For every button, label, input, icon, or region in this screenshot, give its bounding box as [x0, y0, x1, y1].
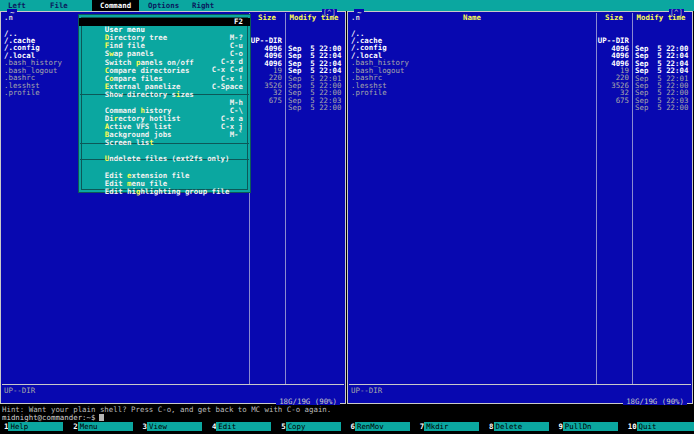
menu-item-shortcut: C-Space	[212, 83, 243, 91]
right-file-row-[interactable]: /.. UP--DIR Sep 5 22:00	[348, 22, 692, 29]
file-mtime: Sep 5 22:00	[288, 104, 341, 112]
function-key-label: Menu	[78, 422, 133, 431]
terminal-cursor	[99, 414, 104, 421]
fkey-10-quit[interactable]: 10Quit	[628, 422, 694, 431]
menu-item-directory-tree[interactable]: Directory tree	[82, 26, 247, 34]
midnight-commander-screen: Left File Command Options Right ~ [^] Na…	[0, 0, 694, 434]
menu-item-edit-menu-file[interactable]: Edit menu file	[82, 171, 247, 179]
menubar-item-file[interactable]: File	[50, 0, 68, 11]
menu-item-hotkey: t	[149, 138, 153, 147]
file-name: .profile	[351, 89, 387, 97]
file-size: 675	[248, 97, 282, 105]
menubar-item-options[interactable]: Options	[148, 0, 179, 11]
menu-item-command-history[interactable]: Command history M-h	[82, 99, 247, 107]
menu-item-edit-extension-file[interactable]: Edit extension file	[82, 163, 247, 171]
mini-status: UP--DIR	[351, 387, 382, 395]
column-header-name[interactable]: Name	[348, 14, 596, 22]
sort-indicator: .n	[4, 14, 13, 22]
fkey-1-help[interactable]: 1Help	[4, 422, 63, 431]
menubar-item-right[interactable]: Right	[192, 0, 214, 11]
menu-item-shortcut: M-`	[230, 131, 243, 139]
function-key-number: 10	[628, 422, 637, 431]
command-menu-items: User menu F2 Directory tree Find file M-…	[81, 17, 248, 190]
menu-item-show-directory-sizes[interactable]: Show directory sizes C-Space	[82, 83, 247, 91]
right-file-row-bashrc[interactable]: .bashrc 3526 Sep 5 22:00	[348, 67, 692, 74]
free-space-indicator: 18G/19G (90%)	[623, 398, 687, 405]
column-header-mtime[interactable]: Modify time	[632, 14, 690, 22]
right-file-panel: ~ [^] Name .n Size Modify time /.. UP--D…	[347, 11, 693, 404]
menu-bar: Left File Command Options Right	[0, 0, 694, 11]
fkey-7-mkdir[interactable]: 7Mkdir	[420, 422, 479, 431]
mini-status-separator	[349, 384, 691, 385]
menu-item-background-jobs[interactable]: Background jobs C-x j	[82, 123, 247, 131]
function-key-label: PullDn	[563, 422, 618, 431]
menu-item-undelete-files-ext2fs-only[interactable]: Undelete files (ext2fs only)	[82, 147, 247, 155]
shell-prompt-text: midnight@commander:~$	[2, 413, 95, 422]
shell-prompt-line[interactable]: midnight@commander:~$	[2, 414, 104, 422]
menu-item-edit-highlighting-group-file[interactable]: Edit highlighting group file	[82, 180, 247, 188]
command-dropdown-menu: User menu F2 Directory tree Find file M-…	[78, 14, 251, 193]
file-mtime: Sep 5 22:00	[635, 104, 688, 112]
file-name: .profile	[4, 89, 40, 97]
function-key-label: Quit	[637, 422, 694, 431]
column-header-size[interactable]: Size	[249, 14, 285, 22]
file-size: 675	[595, 97, 629, 105]
sort-indicator: .n	[351, 14, 360, 22]
menubar-item-command[interactable]: Command	[92, 0, 139, 11]
function-key-label: Delete	[494, 422, 549, 431]
menu-item-shortcut: F2	[234, 18, 243, 26]
right-file-row-config[interactable]: /.config 4096 Sep 5 22:04	[348, 37, 692, 44]
fkey-9-pulldn[interactable]: 9PullDn	[558, 422, 617, 431]
function-key-bar: 1Help 2Menu 3View 4Edit 5Copy 6RenMov 7M…	[0, 422, 694, 432]
panel-column-headers: Name .n Size Modify time	[348, 14, 692, 22]
menu-item-screen-list[interactable]: Screen list M-`	[82, 131, 247, 139]
function-key-label: RenMov	[355, 422, 410, 431]
right-file-row-cache[interactable]: /.cache 4096 Sep 5 22:04	[348, 29, 692, 36]
column-header-mtime[interactable]: Modify time	[285, 14, 343, 22]
mini-status: UP--DIR	[4, 387, 35, 395]
right-file-row-local[interactable]: /.local 4096 Sep 5 22:04	[348, 44, 692, 51]
right-file-row-bashlogout[interactable]: .bash_logout 220 Sep 5 22:00	[348, 59, 692, 66]
file-list: /.. UP--DIR Sep 5 22:00 /.cache 4096 Sep…	[348, 22, 692, 89]
menu-item-find-file[interactable]: Find file M-?	[82, 34, 247, 42]
free-space-indicator: 18G/19G (90%)	[276, 398, 340, 405]
fkey-4-edit[interactable]: 4Edit	[212, 422, 271, 431]
fkey-6-renmov[interactable]: 6RenMov	[351, 422, 410, 431]
fkey-5-copy[interactable]: 5Copy	[281, 422, 340, 431]
fkey-2-menu[interactable]: 2Menu	[73, 422, 132, 431]
right-file-row-profile[interactable]: .profile 675 Sep 5 22:00	[348, 82, 692, 89]
function-key-label: Edit	[216, 422, 271, 431]
function-key-label: Copy	[286, 422, 341, 431]
column-header-size[interactable]: Size	[596, 14, 632, 22]
menu-item-swap-panels[interactable]: Swap panels C-u	[82, 42, 247, 50]
right-file-row-lesshst[interactable]: .lesshst 32 Sep 5 22:03	[348, 74, 692, 81]
function-key-label: View	[147, 422, 202, 431]
function-key-label: Mkdir	[424, 422, 479, 431]
fkey-8-delete[interactable]: 8Delete	[489, 422, 548, 431]
right-file-row-bashhistory[interactable]: .bash_history 19 Sep 5 22:01	[348, 52, 692, 59]
mini-status-separator	[2, 384, 344, 385]
menu-item-user-menu[interactable]: User menu F2	[79, 18, 250, 26]
function-key-label: Help	[8, 422, 63, 431]
fkey-3-view[interactable]: 3View	[143, 422, 202, 431]
